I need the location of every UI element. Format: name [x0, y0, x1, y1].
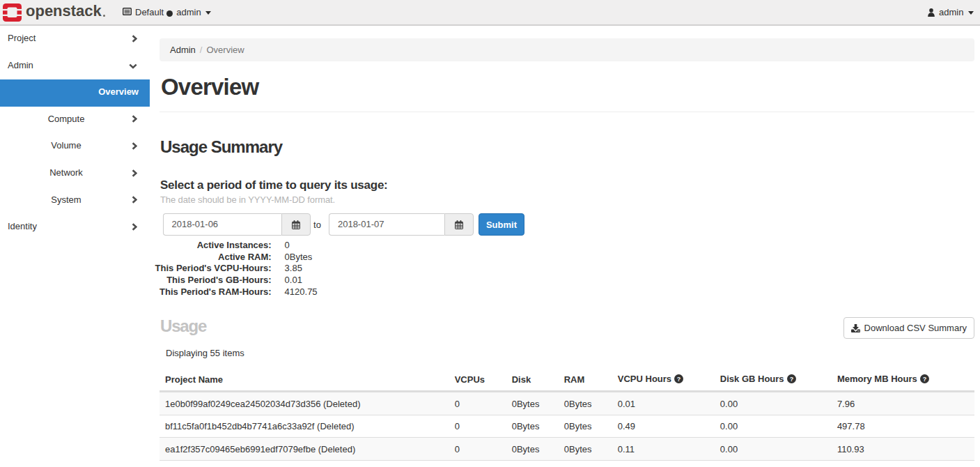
svg-text:?: ? [923, 376, 927, 383]
svg-text:?: ? [677, 376, 681, 383]
svg-text:?: ? [789, 376, 793, 383]
